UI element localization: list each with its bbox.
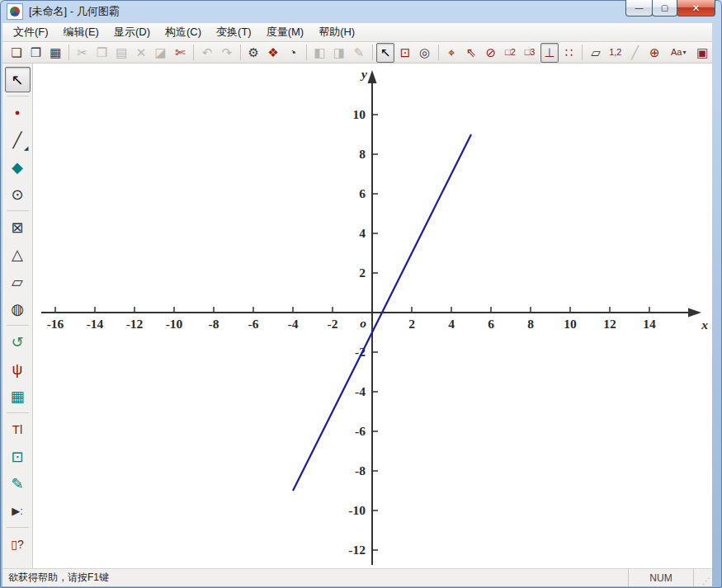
pen-tool-button[interactable]: ✎ — [5, 471, 31, 496]
find-icon: ◎ — [419, 46, 430, 59]
find-button[interactable]: ◎ — [416, 43, 434, 63]
y-tick-label: -6 — [355, 424, 366, 438]
point-lock-button[interactable]: ⊘ — [482, 43, 500, 63]
num-lock-indicator: NUM — [628, 569, 694, 586]
help-table-tool-icon: ▯? — [11, 539, 24, 550]
maximize-button[interactable]: ▢ — [652, 0, 677, 16]
fill-color-button[interactable]: ◧ — [310, 43, 328, 63]
separator — [193, 45, 194, 60]
insert-image-button[interactable]: ▣ — [693, 43, 711, 63]
text-tool-button[interactable]: Tl — [5, 416, 31, 442]
separator — [7, 210, 29, 211]
redo-button[interactable]: ↷ — [218, 43, 236, 63]
text-style-button[interactable]: Aa▾ — [665, 43, 691, 63]
x-tick-label: 10 — [564, 317, 577, 331]
frustum-tool-button[interactable]: ▱ — [5, 269, 31, 294]
x-tick-label: -6 — [248, 317, 259, 331]
minimize-button[interactable]: — — [625, 0, 653, 16]
copy-icon: ❐ — [97, 46, 107, 59]
delete-button[interactable]: ✕ — [132, 43, 150, 63]
format-brush-button[interactable]: ✎ — [350, 43, 368, 63]
menu-item-transform[interactable]: 变换(T) — [209, 22, 259, 42]
circle-tool-button[interactable]: ⊙ — [5, 181, 31, 207]
select-tool-button[interactable]: ↖ — [5, 67, 31, 92]
cut-button[interactable]: ✂ — [73, 43, 92, 63]
label-tag-icon: ▱ — [591, 46, 601, 59]
segment-tool-button[interactable]: ╱◢ — [5, 127, 31, 153]
point-tool-button[interactable]: ● — [5, 100, 31, 125]
x-tick-label: -10 — [166, 317, 183, 331]
copy-format-icon: ◨ — [333, 46, 345, 59]
y-tick-label: -12 — [348, 543, 366, 557]
cube-tool-button[interactable]: ⊠ — [5, 214, 31, 240]
y-tick-label: 4 — [359, 226, 366, 240]
grid-dots-button[interactable]: ∷ — [560, 43, 578, 63]
sphere-tool-button[interactable]: ◍ — [5, 296, 31, 322]
x-tick-label: -2 — [328, 317, 338, 331]
compass-button[interactable]: ⊕ — [645, 43, 663, 63]
y-tick-label: 10 — [353, 107, 366, 121]
label-tag-button[interactable]: ▱ — [587, 43, 605, 63]
select-arrow-button[interactable]: ↖ — [376, 43, 394, 63]
animation-tool-button[interactable]: ▶: — [5, 498, 31, 524]
coord-axes-button[interactable]: ⊥ — [540, 43, 559, 63]
properties-button[interactable]: ❖ — [264, 43, 282, 63]
drawing-canvas[interactable]: -16-14-12-10-8-6-4-22468101214108642-2-4… — [33, 64, 712, 568]
x-tick-label: 4 — [448, 317, 455, 331]
animation-tool-icon: ▶: — [12, 506, 23, 516]
menu-item-construct[interactable]: 构造(C) — [158, 22, 209, 42]
menu-item-help[interactable]: 帮助(H) — [311, 22, 362, 42]
media-tool-button[interactable]: ⊡ — [5, 444, 31, 469]
polygon-tool-button[interactable]: ◆ — [5, 154, 31, 180]
measure-2d-button[interactable]: □2 — [502, 43, 520, 63]
properties-icon: ❖ — [267, 46, 278, 59]
measure-3d-button[interactable]: □3 — [521, 43, 539, 63]
title-bar[interactable]: [未命名] - 几何图霸 — ▢ ✕ — [0, 0, 722, 23]
open-file-button[interactable]: ❒ — [27, 43, 45, 63]
measure-2d-icon: □2 — [505, 48, 516, 57]
menu-item-display[interactable]: 显示(D) — [106, 22, 158, 42]
axis-pin-icon: ⌖ — [448, 46, 455, 59]
drag-lock-button[interactable]: ⇖ — [462, 43, 480, 63]
calculator-tool-button[interactable]: ▦ — [5, 383, 31, 409]
redo-icon: ↷ — [221, 46, 232, 59]
copy-format-button[interactable]: ◨ — [330, 43, 348, 63]
menu-item-edit[interactable]: 编辑(E) — [56, 22, 106, 42]
text-style-icon: Aa — [671, 48, 682, 57]
copy-button[interactable]: ❐ — [93, 43, 111, 63]
coord-measure-button[interactable]: 1,2 — [606, 43, 625, 63]
paste-button[interactable]: ▤ — [112, 43, 130, 63]
delete-icon: ✕ — [136, 46, 147, 59]
sphere-tool-icon: ◍ — [11, 302, 24, 317]
trace-scissors-icon: ✄ — [175, 46, 186, 59]
menu-item-file[interactable]: 文件(F) — [6, 22, 56, 42]
trace-scissors-button[interactable]: ✄ — [172, 43, 190, 63]
text-style-dropdown-icon[interactable]: ▾ — [682, 49, 686, 56]
animate-clock-button[interactable]: ◔ — [284, 43, 302, 63]
coordinate-plane: -16-14-12-10-8-6-4-22468101214108642-2-4… — [33, 64, 712, 568]
select-region-button[interactable]: ⊡ — [396, 43, 414, 63]
menu-item-measure[interactable]: 度量(M) — [259, 22, 312, 42]
point-tool-icon: ● — [15, 108, 21, 117]
undo-button[interactable]: ↶ — [198, 43, 216, 63]
save-file-button[interactable]: ▦ — [46, 43, 64, 63]
x-tick-label: 2 — [408, 317, 415, 331]
x-tick-label: 12 — [603, 317, 616, 331]
origin-label: o — [360, 316, 366, 330]
paste-icon: ▤ — [116, 46, 127, 59]
format-brush-icon: ✎ — [353, 46, 364, 59]
transform-tool-button[interactable]: ↺ — [5, 329, 31, 355]
axis-pin-button[interactable]: ⌖ — [442, 43, 460, 63]
erase-button[interactable]: ◪ — [152, 43, 170, 63]
close-button[interactable]: ✕ — [677, 0, 715, 16]
segment-tool-submenu-icon[interactable]: ◢ — [24, 145, 28, 152]
pyramid-tool-button[interactable]: △ — [5, 242, 31, 267]
new-file-button[interactable]: ❏ — [7, 43, 26, 63]
function-tool-button[interactable]: ψ — [5, 356, 31, 382]
dashed-line-button[interactable]: ╱ — [626, 43, 644, 63]
resize-grip-icon[interactable]: ⋰ — [694, 569, 712, 586]
help-table-tool-button[interactable]: ▯? — [5, 531, 31, 557]
circle-tool-icon: ⊙ — [11, 187, 23, 202]
settings-gear-button[interactable]: ⚙ — [244, 43, 262, 63]
y-tick-label: 8 — [359, 147, 366, 161]
